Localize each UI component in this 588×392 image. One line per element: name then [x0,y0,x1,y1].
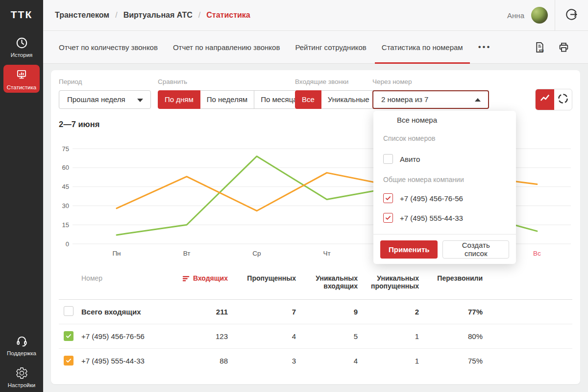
chart-view-toggle [535,89,572,110]
cell-incoming: 123 [172,324,228,348]
clock-icon [0,36,43,50]
svg-text:15: 15 [62,221,69,229]
brand-logo[interactable]: ТТК [0,9,43,21]
checkbox-unchecked[interactable] [383,154,393,164]
compare-label: Сравнить [158,78,309,85]
breadcrumb: Транстелеком / Виртуальная АТС / Статист… [43,11,250,20]
row-label: Всего входящих [81,299,172,324]
breadcrumb-separator: / [115,11,117,20]
dropdown-item-label: Авито [400,155,420,163]
row-label: +7 (495) 456-76-56 [81,324,172,348]
gear-icon [0,366,43,380]
svg-text:Чт: Чт [323,250,330,257]
tab-calls-count-report[interactable]: Отчет по количеству звонков [59,31,158,63]
incoming-unique-button[interactable]: Уникальные [321,90,376,109]
breadcrumb-item[interactable]: Транстелеком [55,11,109,20]
breadcrumb-current: Статистика [206,11,250,20]
incoming-segmented-control: Все Уникальные [295,90,376,109]
period-value: Прошлая неделя [67,95,125,104]
compare-by-days-button[interactable]: По дням [158,90,200,109]
tabs-more-button[interactable]: ••• [478,31,491,63]
row-checkbox-checked[interactable] [64,331,74,341]
via-number-value: 2 номера из 7 [381,95,428,104]
cell-called-back: 80% [419,324,483,348]
dropdown-item-label: +7 (495) 456-76-56 [400,194,463,203]
checkbox-checked[interactable] [383,193,393,203]
refresh-icon [557,92,569,107]
row-checkbox[interactable] [64,306,74,316]
dropdown-item-all-numbers[interactable]: Все номера [373,111,516,130]
cell-missed: 7 [228,299,296,324]
sidebar: ТТК История Статистика [0,0,43,392]
avatar[interactable] [531,7,548,24]
filter-incoming-calls: Входящие звонки Все Уникальные [295,78,376,109]
incoming-all-button[interactable]: Все [295,90,321,109]
cell-unique-incoming: 5 [296,324,358,348]
via-number-dropdown-panel: Все номера Список номеров Авито Общие но… [373,111,516,264]
breadcrumb-separator: / [198,11,200,20]
via-number-select[interactable]: 2 номера из 7 [372,90,489,109]
svg-text:75: 75 [62,145,69,153]
incoming-calls-label: Входящие звонки [295,78,376,85]
compare-by-weeks-button[interactable]: По неделям [200,90,254,109]
dropdown-section-company-numbers: Общие номера компании [383,176,464,183]
cell-unique-missed: 2 [358,299,419,324]
refresh-button[interactable] [554,89,572,110]
column-unique-missed[interactable]: Уникальных пропущенных [358,267,419,299]
svg-text:0: 0 [66,240,69,248]
sidebar-item-settings[interactable]: Настройки [0,366,43,388]
dropdown-item-number-2[interactable]: +7 (495) 555-44-33 [383,211,511,224]
create-list-button[interactable]: Создать список [442,240,509,259]
tab-calls-direction-report[interactable]: Отчет по направлению звонков [173,31,280,63]
sidebar-item-history[interactable]: История [0,36,43,58]
period-label: Период [59,78,151,85]
breadcrumb-item[interactable]: Виртуальная АТС [123,11,193,20]
svg-text:Ср: Ср [252,250,261,257]
numbers-statistics-table: Номер Входящих Пропущенных Уникальных вх… [59,267,572,373]
column-unique-incoming[interactable]: Уникальных входящих [296,267,358,299]
row-label: +7 (495) 555-44-33 [81,348,172,373]
sort-descending-icon [182,275,190,284]
cell-missed: 4 [228,324,296,348]
tab-numbers-statistics[interactable]: Статистика по номерам [382,31,463,63]
export-xls-button[interactable]: xls [533,41,546,54]
cell-incoming: 88 [172,348,228,373]
cell-unique-missed: 1 [358,348,419,373]
via-number-label: Через номер [372,78,489,85]
cell-called-back: 77% [419,299,483,324]
period-select[interactable]: Прошлая неделя [59,90,151,109]
chevron-down-icon [137,99,143,102]
filter-via-number: Через номер 2 номера из 7 [372,78,489,109]
line-chart-mode-button[interactable] [536,89,554,110]
sidebar-item-label: История [0,52,43,58]
cell-called-back: 75% [419,348,483,373]
sidebar-item-statistics[interactable]: Статистика [3,65,40,93]
table-row-total: Всего входящих 211 7 9 2 77% [59,299,572,324]
column-number[interactable]: Номер [81,267,172,299]
xls-label: xls [539,48,543,52]
column-missed[interactable]: Пропущенных [228,267,296,299]
sidebar-item-support[interactable]: Поддержка [0,335,43,356]
headset-icon [0,335,43,348]
table-row-number-1: +7 (495) 456-76-56 123 4 5 1 80% [59,324,572,348]
chevron-up-icon [475,98,481,102]
dropdown-item-avito[interactable]: Авито [383,153,511,165]
cell-missed: 3 [228,348,296,373]
checkbox-checked[interactable] [383,213,393,223]
sidebar-item-label: Статистика [3,84,40,90]
dropdown-item-number-1[interactable]: +7 (495) 456-76-56 [383,192,511,205]
sidebar-item-label: Настройки [0,382,43,388]
tab-employee-rating[interactable]: Рейтинг сотрудников [295,31,366,63]
svg-text:30: 30 [62,202,69,209]
column-called-back[interactable]: Перезвонили [419,267,483,299]
apply-button[interactable]: Применить [380,240,438,259]
report-tabs: Отчет по количеству звонков Отчет по нап… [43,31,588,64]
dropdown-item-label: +7 (495) 555-44-33 [400,214,463,222]
row-checkbox-checked[interactable] [64,356,74,366]
logout-icon [565,8,578,23]
column-incoming[interactable]: Входящих [172,267,228,299]
line-chart-icon [539,93,551,106]
filter-compare: Сравнить По дням По неделям По месяцам [158,78,309,109]
print-button[interactable] [557,41,570,54]
logout-button[interactable] [555,0,588,31]
